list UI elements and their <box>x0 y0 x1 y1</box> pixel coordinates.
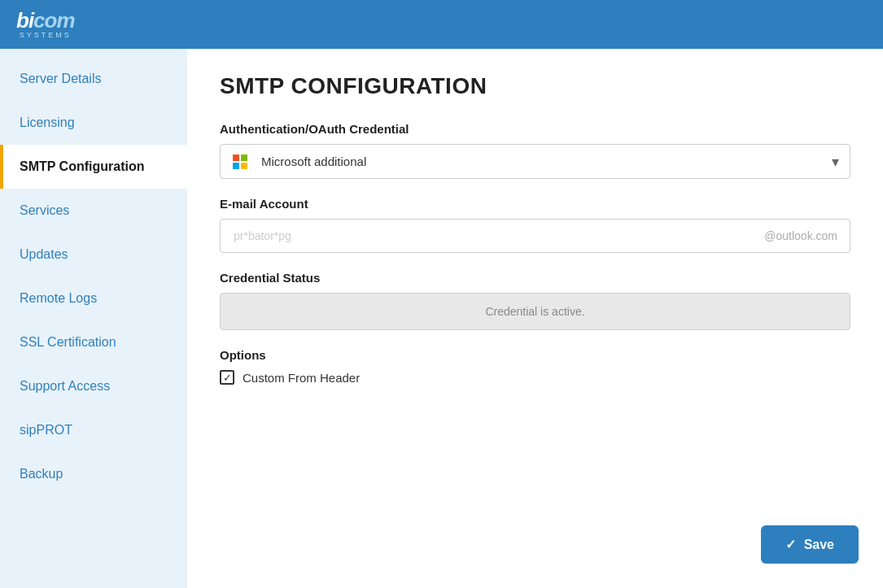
logo-text: bicom <box>16 10 75 31</box>
sidebar-item-updates[interactable]: Updates <box>0 233 187 277</box>
logo: bicom SYSTEMS <box>16 10 75 39</box>
sidebar-item-remote-logs[interactable]: Remote Logs <box>0 277 187 320</box>
email-input[interactable] <box>220 219 850 253</box>
email-suffix: @outlook.com <box>764 229 837 242</box>
checkmark-icon: ✓ <box>223 372 232 383</box>
layout: Server Details Licensing SMTP Configurat… <box>0 49 883 588</box>
email-input-wrapper: @outlook.com <box>220 219 850 253</box>
sidebar: Server Details Licensing SMTP Configurat… <box>0 49 187 588</box>
custom-from-header-label: Custom From Header <box>243 371 360 385</box>
header: bicom SYSTEMS <box>0 0 883 49</box>
auth-label: Authentication/OAuth Credential <box>220 122 850 136</box>
sidebar-item-support-access[interactable]: Support Access <box>0 364 187 408</box>
email-label: E-mail Account <box>220 197 850 211</box>
logo-systems: SYSTEMS <box>20 31 72 39</box>
custom-from-header-row: ✓ Custom From Header <box>220 370 850 385</box>
check-icon: ✓ <box>785 537 796 552</box>
sidebar-item-ssl-certification[interactable]: SSL Certification <box>0 320 187 364</box>
auth-dropdown[interactable]: Microsoft additional <box>220 144 850 179</box>
save-label: Save <box>804 538 834 552</box>
page-title: SMTP CONFIGURATION <box>220 73 850 99</box>
sidebar-item-sipprot[interactable]: sipPROT <box>0 408 187 452</box>
sidebar-item-backup[interactable]: Backup <box>0 452 187 496</box>
custom-from-header-checkbox[interactable]: ✓ <box>220 370 234 385</box>
main-content: SMTP CONFIGURATION Authentication/OAuth … <box>187 49 883 588</box>
sidebar-item-licensing[interactable]: Licensing <box>0 101 187 145</box>
options-label: Options <box>220 348 850 362</box>
save-button[interactable]: ✓ Save <box>761 525 859 564</box>
sidebar-item-smtp-configuration[interactable]: SMTP Configuration <box>0 145 187 189</box>
microsoft-logo-icon <box>231 153 249 171</box>
credential-status-box: Credential is active. <box>220 293 850 330</box>
auth-dropdown-wrapper: Microsoft additional ▾ <box>220 144 850 179</box>
sidebar-item-services[interactable]: Services <box>0 189 187 233</box>
options-section: Options ✓ Custom From Header <box>220 348 850 385</box>
sidebar-item-server-details[interactable]: Server Details <box>0 57 187 101</box>
credential-status-label: Credential Status <box>220 271 850 285</box>
